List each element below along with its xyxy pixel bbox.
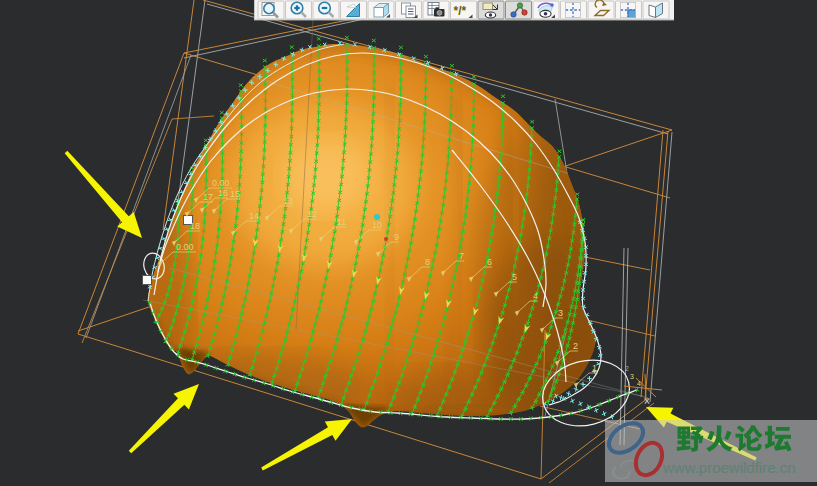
svg-text:3: 3 (558, 308, 563, 318)
svg-text:4: 4 (637, 380, 641, 387)
svg-text:1: 1 (592, 363, 597, 373)
svg-text:6: 6 (487, 257, 492, 267)
svg-text:2: 2 (573, 341, 578, 351)
svg-text:17: 17 (203, 192, 213, 202)
svg-text:16: 16 (218, 188, 228, 198)
svg-text:4: 4 (533, 291, 538, 301)
svg-text:10: 10 (372, 220, 382, 230)
svg-text:12: 12 (307, 209, 317, 219)
svg-text:14: 14 (249, 211, 259, 221)
svg-text:7: 7 (459, 251, 464, 261)
svg-text:www.proewildfire.cn: www.proewildfire.cn (662, 459, 796, 476)
svg-text:0.00: 0.00 (212, 178, 230, 188)
svg-text:11: 11 (337, 217, 346, 227)
svg-text:15: 15 (230, 189, 240, 199)
svg-text:9: 9 (394, 232, 399, 242)
svg-text:0.00: 0.00 (176, 242, 194, 252)
svg-text:13: 13 (283, 196, 293, 206)
svg-text:*/*: */* (454, 4, 467, 18)
svg-text:3: 3 (630, 373, 634, 380)
svg-text:18: 18 (190, 221, 200, 231)
svg-text:8: 8 (425, 257, 430, 267)
svg-text:2: 2 (625, 365, 629, 372)
svg-text:5: 5 (512, 272, 517, 282)
